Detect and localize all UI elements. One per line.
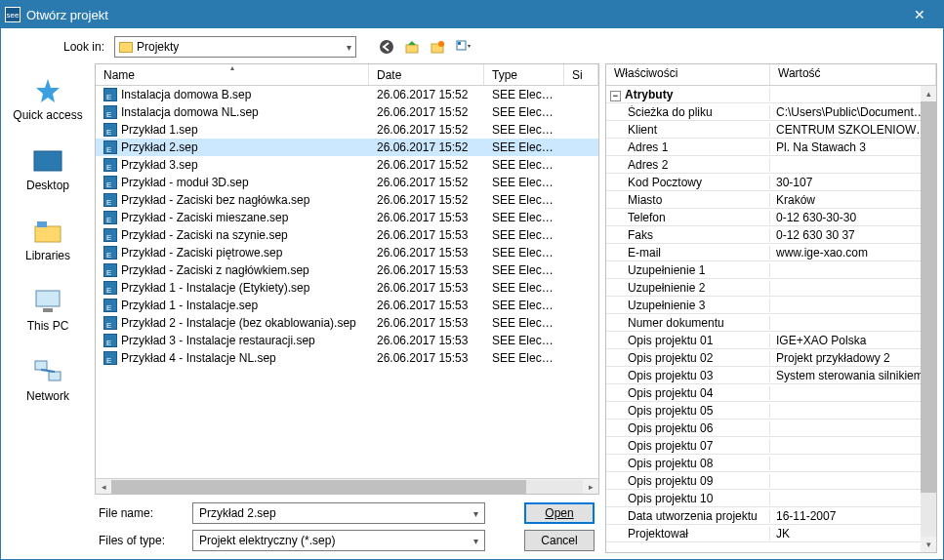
desktop-icon bbox=[32, 145, 63, 177]
file-date: 26.06.2017 15:53 bbox=[369, 228, 484, 242]
property-row[interactable]: Opis projektu 07 bbox=[606, 437, 936, 455]
place-this-pc[interactable]: This PC bbox=[9, 282, 87, 337]
file-row[interactable]: Przykład 2 - Instalacje (bez okablowania… bbox=[96, 314, 598, 332]
property-row[interactable]: Numer dokumentu bbox=[606, 314, 936, 332]
property-row[interactable]: Opis projektu 06 bbox=[606, 420, 936, 437]
file-row[interactable]: Przykład 3.sep26.06.2017 15:52SEE Electr… bbox=[96, 156, 598, 174]
scroll-up-icon[interactable]: ▴ bbox=[921, 86, 936, 101]
scroll-track[interactable] bbox=[111, 480, 583, 494]
lookin-select[interactable]: Projekty ▾ bbox=[114, 36, 356, 58]
place-network[interactable]: Network bbox=[9, 352, 87, 407]
property-row[interactable]: Opis projektu 08 bbox=[606, 455, 936, 472]
property-row[interactable]: Faks0-12 630 30 37 bbox=[606, 226, 936, 244]
file-date: 26.06.2017 15:52 bbox=[369, 140, 484, 154]
property-row[interactable]: Opis projektu 03System sterowania silnik… bbox=[606, 367, 936, 384]
file-row[interactable]: Przykład - Zaciski piętrowe.sep26.06.201… bbox=[96, 244, 598, 261]
star-icon bbox=[32, 75, 63, 106]
file-row[interactable]: Przykład 1.sep26.06.2017 15:52SEE Electr… bbox=[96, 121, 598, 139]
properties-panel: Właściwości Wartość −AtrybutyŚcieżka do … bbox=[605, 63, 937, 553]
scroll-thumb[interactable] bbox=[111, 480, 526, 494]
file-row[interactable]: Przykład - Zaciski z nagłówkiem.sep26.06… bbox=[96, 261, 598, 279]
place-label: Libraries bbox=[25, 249, 70, 262]
property-row[interactable]: Opis projektu 05 bbox=[606, 402, 936, 420]
up-one-level-button[interactable] bbox=[401, 36, 423, 58]
property-row[interactable]: ProjektowałJK bbox=[606, 525, 936, 542]
filetype-value: Projekt elektryczny (*.sep) bbox=[199, 534, 335, 547]
file-type: SEE Electri... bbox=[484, 176, 564, 189]
vertical-scrollbar[interactable]: ▴ ▾ bbox=[921, 86, 936, 552]
place-libraries[interactable]: Libraries bbox=[9, 212, 87, 266]
file-row[interactable]: Przykład - Zaciski na szynie.sep26.06.20… bbox=[96, 226, 598, 244]
close-button[interactable]: ✕ bbox=[900, 1, 939, 28]
properties-header-key[interactable]: Właściwości bbox=[606, 64, 770, 85]
cancel-button[interactable]: Cancel bbox=[524, 530, 595, 551]
scroll-thumb[interactable] bbox=[921, 101, 936, 493]
property-row[interactable]: Adres 2 bbox=[606, 156, 936, 174]
file-date: 26.06.2017 15:53 bbox=[369, 316, 484, 330]
file-row[interactable]: Przykład 3 - Instalacje restauracji.sep2… bbox=[96, 332, 598, 349]
places-bar: Quick access Desktop Libraries This PC N… bbox=[1, 63, 95, 559]
file-row[interactable]: Przykład - Zaciski bez nagłówka.sep26.06… bbox=[96, 191, 598, 209]
file-row[interactable]: Przykład 1 - Instalacje (Etykiety).sep26… bbox=[96, 279, 598, 297]
properties-header: Właściwości Wartość bbox=[606, 64, 936, 86]
property-row[interactable]: Uzupełnienie 3 bbox=[606, 297, 936, 314]
property-group[interactable]: −Atrybuty bbox=[606, 86, 936, 103]
file-row[interactable]: Przykład 2.sep26.06.2017 15:52SEE Electr… bbox=[96, 139, 598, 156]
scroll-left-icon[interactable]: ◂ bbox=[96, 480, 111, 494]
property-row[interactable]: E-mailwww.ige-xao.com bbox=[606, 244, 936, 261]
column-header-date[interactable]: Date bbox=[369, 64, 484, 85]
scroll-track[interactable] bbox=[921, 101, 936, 537]
new-folder-button[interactable] bbox=[427, 36, 448, 58]
lookin-value: Projekty bbox=[137, 40, 179, 54]
property-row[interactable]: Opis projektu 04 bbox=[606, 384, 936, 402]
column-header-name[interactable]: Name▴ bbox=[96, 64, 369, 85]
svg-rect-7 bbox=[35, 226, 61, 242]
horizontal-scrollbar[interactable]: ◂ ▸ bbox=[96, 478, 598, 494]
file-list: Name▴ Date Type Si Instalacja domowa B.s… bbox=[95, 63, 599, 495]
back-button[interactable] bbox=[376, 36, 397, 58]
file-date: 26.06.2017 15:52 bbox=[369, 105, 484, 119]
file-row[interactable]: Przykład - Zaciski mieszane.sep26.06.201… bbox=[96, 209, 598, 226]
file-icon bbox=[103, 246, 117, 260]
property-row[interactable]: Uzupełnienie 2 bbox=[606, 279, 936, 297]
file-row[interactable]: Przykład 1 - Instalacje.sep26.06.2017 15… bbox=[96, 297, 598, 314]
property-row[interactable]: KlientCENTRUM SZKOLENIOWE IG... bbox=[606, 121, 936, 139]
property-key: Opis projektu 07 bbox=[606, 439, 770, 453]
file-name: Przykład - Zaciski mieszane.sep bbox=[121, 211, 288, 224]
property-row[interactable]: Opis projektu 09 bbox=[606, 472, 936, 490]
property-row[interactable]: Adres 1Pl. Na Stawach 3 bbox=[606, 139, 936, 156]
view-menu-button[interactable] bbox=[452, 36, 473, 58]
place-quick-access[interactable]: Quick access bbox=[9, 71, 87, 126]
file-date: 26.06.2017 15:52 bbox=[369, 176, 484, 189]
file-row[interactable]: Instalacja domowa B.sep26.06.2017 15:52S… bbox=[96, 86, 598, 103]
scroll-down-icon[interactable]: ▾ bbox=[921, 537, 936, 552]
filetype-select[interactable]: Projekt elektryczny (*.sep) ▾ bbox=[192, 530, 485, 551]
property-row[interactable]: Kod Pocztowy30-107 bbox=[606, 174, 936, 191]
property-row[interactable]: Opis projektu 01IGE+XAO Polska bbox=[606, 332, 936, 349]
file-list-body[interactable]: Instalacja domowa B.sep26.06.2017 15:52S… bbox=[96, 86, 598, 478]
filetype-label: Files of type: bbox=[95, 534, 185, 547]
property-row[interactable]: Data utworzenia projektu16-11-2007 bbox=[606, 507, 936, 525]
file-row[interactable]: Przykład - moduł 3D.sep26.06.2017 15:52S… bbox=[96, 174, 598, 191]
file-row[interactable]: Przykład 4 - Instalacje NL.sep26.06.2017… bbox=[96, 349, 598, 367]
file-row[interactable]: Instalacja domowa NL.sep26.06.2017 15:52… bbox=[96, 103, 598, 121]
properties-header-value[interactable]: Wartość bbox=[770, 64, 936, 85]
property-row[interactable]: Ścieżka do plikuC:\Users\Public\Document… bbox=[606, 103, 936, 121]
property-key: Data utworzenia projektu bbox=[606, 509, 770, 523]
property-row[interactable]: Telefon0-12 630-30-30 bbox=[606, 209, 936, 226]
place-label: This PC bbox=[27, 319, 69, 333]
svg-point-0 bbox=[380, 40, 393, 54]
property-row[interactable]: Miasto Kraków bbox=[606, 191, 936, 209]
scroll-right-icon[interactable]: ▸ bbox=[583, 480, 598, 494]
open-button[interactable]: Open bbox=[524, 502, 595, 524]
file-name: Przykład - Zaciski na szynie.sep bbox=[121, 228, 288, 242]
column-header-size[interactable]: Si bbox=[564, 64, 598, 85]
column-header-type[interactable]: Type bbox=[484, 64, 564, 85]
collapse-icon[interactable]: − bbox=[610, 91, 621, 101]
filename-input[interactable]: Przykład 2.sep ▾ bbox=[192, 502, 485, 524]
property-row[interactable]: Opis projektu 02Projekt przykładowy 2 bbox=[606, 349, 936, 367]
property-row[interactable]: Opis projektu 10 bbox=[606, 490, 936, 507]
property-row[interactable]: Uzupełnienie 1 bbox=[606, 261, 936, 279]
place-desktop[interactable]: Desktop bbox=[9, 141, 87, 196]
property-value: Pl. Na Stawach 3 bbox=[770, 140, 936, 154]
